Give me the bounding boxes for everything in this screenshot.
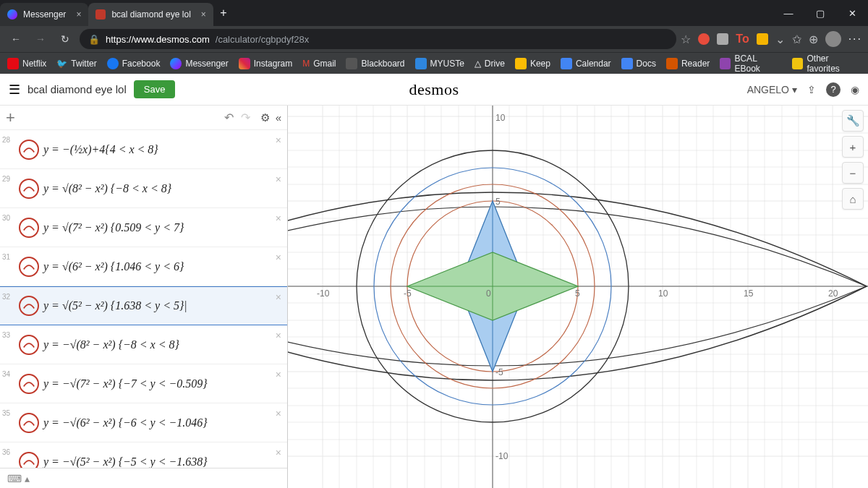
expression-text: y = √(7² − x²) {0.509 < y < 7}: [43, 221, 287, 234]
row-number: 35: [0, 408, 14, 417]
user-menu[interactable]: ANGELO▾: [747, 84, 797, 95]
bookmark-bcal[interactable]: BCAL EBook: [720, 53, 782, 74]
delete-row-icon[interactable]: ×: [276, 174, 281, 185]
zoom-in-button[interactable]: +: [842, 136, 864, 158]
bookmark-calendar[interactable]: Calendar: [561, 58, 611, 69]
graph-tools: 🔧 + − ⌂: [842, 110, 864, 210]
color-icon[interactable]: [19, 374, 39, 394]
delete-row-icon[interactable]: ×: [276, 330, 281, 341]
zoom-out-button[interactable]: −: [842, 162, 864, 184]
graph-title[interactable]: bcal diamond eye lol: [27, 83, 127, 95]
new-tab-button[interactable]: +: [213, 7, 234, 20]
blackboard-icon: [346, 58, 357, 69]
bookmark-gmail[interactable]: MGmail: [302, 59, 336, 69]
bookmark-label: Facebook: [122, 59, 161, 69]
expression-text: y = −√(6² − x²) {−6 < y < −1.046}: [43, 416, 287, 429]
url-input[interactable]: 🔒 https://www.desmos.com/calculator/cgbp…: [80, 29, 676, 49]
expression-text: y = −√(7² − x²) {−7 < y < −0.509}: [43, 377, 287, 390]
color-icon[interactable]: [19, 257, 39, 277]
delete-row-icon[interactable]: ×: [276, 134, 281, 146]
delete-row-icon[interactable]: ×: [276, 291, 281, 303]
bookmark-label: Docs: [637, 59, 656, 69]
delete-row-icon[interactable]: ×: [276, 447, 281, 458]
bookmark-reader[interactable]: Reader: [666, 58, 710, 69]
home-button[interactable]: ⌂: [842, 188, 864, 210]
settings-icon[interactable]: ⚙: [260, 111, 270, 124]
expression-row[interactable]: 36y = −√(5² − x²) {−5 < y < −1.638}×: [0, 442, 287, 468]
star-icon[interactable]: ☆: [681, 33, 691, 46]
share-icon[interactable]: ⇪: [807, 84, 816, 95]
color-icon[interactable]: [19, 452, 39, 468]
ext-icon[interactable]: [757, 33, 768, 45]
back-button[interactable]: ←: [6, 33, 26, 45]
undo-button[interactable]: ↶: [224, 111, 234, 124]
bookmark-instagram[interactable]: Instagram: [239, 58, 292, 69]
bookmark-label: Calendar: [576, 59, 611, 69]
close-window-button[interactable]: ✕: [836, 8, 868, 19]
expression-row[interactable]: 32y = √(5² − x²) {1.638 < y < 5}|×: [0, 286, 287, 325]
facebook-icon: [107, 58, 119, 69]
collapse-panel-button[interactable]: «: [276, 111, 281, 124]
expression-row[interactable]: 34y = −√(7² − x²) {−7 < y < −0.509}×: [0, 364, 287, 403]
accessibility-icon[interactable]: ◉: [851, 84, 859, 95]
bookmark-myuste[interactable]: MYUSTe: [415, 58, 464, 69]
wrench-icon[interactable]: 🔧: [842, 110, 864, 132]
row-number: 36: [0, 447, 14, 456]
bookmark-netflix[interactable]: Netflix: [7, 58, 46, 69]
ext-icon[interactable]: [698, 33, 710, 45]
bookmark-docs[interactable]: Docs: [621, 58, 656, 69]
expression-text: y = −√(5² − x²) {−5 < y < −1.638}: [43, 455, 287, 468]
color-icon[interactable]: [19, 179, 39, 199]
hamburger-icon[interactable]: ☰: [9, 82, 20, 98]
bookmark-label: Twitter: [71, 59, 96, 69]
minimize-button[interactable]: —: [773, 8, 804, 19]
messenger-icon: [170, 58, 182, 69]
bookmark-blackboard[interactable]: Blackboard: [346, 58, 404, 69]
ext-icon[interactable]: [717, 33, 728, 45]
expression-row[interactable]: 31y = √(6² − x²) {1.046 < y < 6}×: [0, 247, 287, 286]
instagram-icon: [239, 58, 250, 69]
expression-row[interactable]: 33y = −√(8² − x²) {−8 < x < 8}×: [0, 325, 287, 364]
close-icon[interactable]: ×: [201, 9, 206, 20]
menu-icon[interactable]: ···: [848, 33, 862, 46]
other-favorites[interactable]: Other favorites: [792, 53, 861, 74]
forward-button[interactable]: →: [30, 33, 51, 45]
color-icon[interactable]: [19, 218, 39, 238]
refresh-button[interactable]: ↻: [55, 33, 75, 45]
delete-row-icon[interactable]: ×: [276, 369, 281, 380]
help-icon[interactable]: ?: [826, 82, 841, 97]
favorites-icon[interactable]: ✩: [792, 33, 801, 46]
delete-row-icon[interactable]: ×: [276, 252, 281, 263]
bookmark-label: Reader: [681, 59, 710, 69]
delete-row-icon[interactable]: ×: [276, 213, 281, 224]
maximize-button[interactable]: ▢: [804, 8, 836, 19]
bookmark-facebook[interactable]: Facebook: [107, 58, 161, 69]
color-icon[interactable]: [19, 140, 39, 160]
ext-icon[interactable]: ⌄: [775, 33, 785, 46]
profile-avatar[interactable]: [825, 31, 841, 47]
color-icon[interactable]: [19, 335, 39, 355]
expression-row[interactable]: 29y = √(8² − x²) {−8 < x < 8}×: [0, 169, 287, 208]
bookmark-keep[interactable]: Keep: [515, 58, 550, 69]
bookmark-messenger[interactable]: Messenger: [170, 58, 228, 69]
color-icon[interactable]: [19, 413, 39, 433]
keyboard-toggle[interactable]: ⌨ ▴: [0, 468, 287, 488]
bookmark-twitter[interactable]: 🐦Twitter: [56, 59, 96, 69]
save-button[interactable]: Save: [134, 80, 176, 98]
expression-row[interactable]: 35y = −√(6² − x²) {−6 < y < −1.046}×: [0, 403, 287, 442]
graph-canvas[interactable]: -10 -5 5 10 15 20 10 5 -5 -10 0 🔧 + − ⌂: [288, 106, 868, 488]
collections-icon[interactable]: ⊕: [809, 33, 818, 46]
color-icon[interactable]: [19, 296, 39, 316]
delete-row-icon[interactable]: ×: [276, 408, 281, 419]
redo-button[interactable]: ↷: [241, 111, 250, 124]
tab-desmos[interactable]: bcal diamond eye lol ×: [88, 3, 213, 26]
expression-panel: + ↶ ↷ ⚙ « 28y = −(½x)+4{4 < x < 8}× 29y …: [0, 106, 288, 488]
expression-row[interactable]: 30y = √(7² − x²) {0.509 < y < 7}×: [0, 208, 287, 247]
add-expression-button[interactable]: +: [6, 108, 15, 127]
close-icon[interactable]: ×: [76, 9, 81, 20]
expression-row[interactable]: 28y = −(½x)+4{4 < x < 8}×: [0, 130, 287, 169]
bookmark-drive[interactable]: △Drive: [475, 59, 505, 69]
tab-messenger[interactable]: Messenger ×: [0, 3, 88, 26]
ext-icon[interactable]: To: [736, 33, 749, 46]
drive-icon: △: [475, 59, 481, 69]
